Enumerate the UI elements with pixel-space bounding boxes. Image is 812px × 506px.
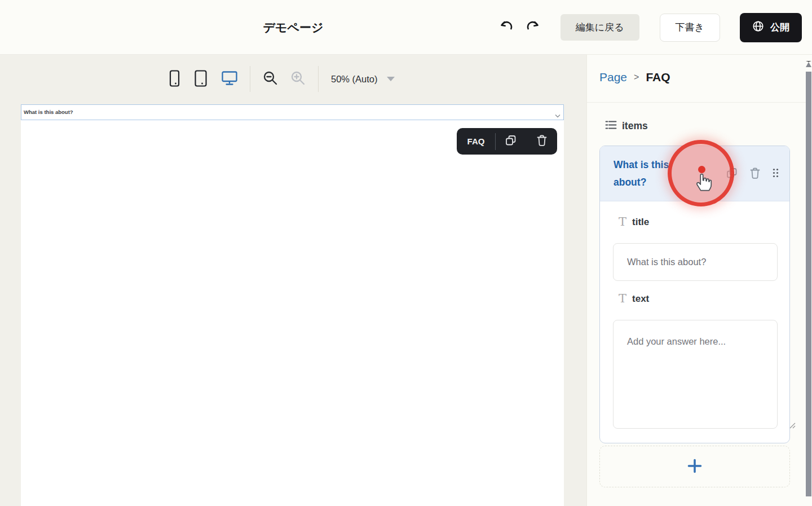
- selection-toolbar: FAQ: [457, 128, 557, 155]
- answer-textarea[interactable]: [613, 320, 778, 429]
- device-mobile-button[interactable]: [169, 70, 180, 89]
- text-type-icon: T: [619, 293, 626, 305]
- scrollbar-up-arrow[interactable]: [806, 61, 811, 67]
- device-desktop-button[interactable]: [222, 71, 237, 87]
- toolbar-separator: [250, 66, 250, 92]
- topbar: デモページ 編集に戻る 下書き 公開: [0, 0, 812, 55]
- undo-icon: [499, 19, 514, 36]
- faq-item-header[interactable]: What is this about?: [600, 146, 789, 201]
- title-field-label-row: T title: [619, 216, 649, 228]
- faq-accordion-title: What is this about?: [24, 105, 73, 120]
- breadcrumb: Page > FAQ: [599, 71, 670, 84]
- scrollbar-thumb[interactable]: [806, 72, 811, 496]
- text-field-label-row: T text: [619, 293, 649, 305]
- title-field-label: title: [632, 217, 649, 228]
- zoom-out-icon: [263, 71, 278, 87]
- faq-item-title: What is this about?: [614, 156, 699, 191]
- faq-item-actions: [726, 146, 779, 201]
- canvas-artboard: What is this about?: [21, 104, 564, 506]
- publish-button[interactable]: 公開: [740, 13, 802, 42]
- text-type-icon: T: [619, 216, 626, 228]
- plus-icon: [686, 457, 703, 476]
- topbar-actions: 編集に戻る 下書き 公開: [497, 0, 802, 55]
- delete-block-button[interactable]: [527, 128, 558, 155]
- back-to-edit-button[interactable]: 編集に戻る: [561, 14, 639, 41]
- mobile-icon: [169, 70, 180, 89]
- toolbar-separator: [318, 66, 319, 92]
- items-section-label: items: [622, 120, 648, 132]
- drag-dots-icon: [772, 168, 779, 180]
- zoom-level-label: 50% (Auto): [331, 74, 378, 85]
- inspector-sidebar: Page > FAQ items What is this about?: [586, 55, 812, 506]
- tablet-icon: [195, 70, 207, 89]
- drag-handle[interactable]: [772, 168, 779, 180]
- selection-toolbar-label: FAQ: [457, 137, 495, 146]
- items-section-header: items: [605, 120, 648, 133]
- resize-handle-icon: [789, 421, 796, 431]
- globe-icon: [752, 20, 764, 35]
- window-scrollbar: [805, 55, 812, 506]
- faq-item-card: What is this about?: [599, 146, 790, 443]
- zoom-level-dropdown[interactable]: 50% (Auto): [331, 74, 395, 85]
- publish-label: 公開: [770, 21, 789, 34]
- draft-button[interactable]: 下書き: [660, 14, 720, 42]
- undo-button[interactable]: [497, 18, 517, 37]
- title-input[interactable]: [613, 243, 778, 281]
- trash-icon: [749, 167, 761, 181]
- divider: [587, 102, 811, 103]
- zoom-in-icon: [290, 71, 306, 87]
- zoom-in-button[interactable]: [290, 71, 306, 87]
- breadcrumb-current: FAQ: [646, 71, 670, 84]
- text-field-label: text: [632, 293, 649, 305]
- copy-icon: [726, 167, 738, 181]
- redo-icon: [525, 19, 540, 36]
- list-icon: [605, 120, 617, 133]
- add-item-button[interactable]: [599, 446, 790, 487]
- device-tablet-button[interactable]: [195, 70, 207, 89]
- breadcrumb-page-link[interactable]: Page: [599, 71, 627, 84]
- desktop-icon: [222, 71, 237, 87]
- chevron-down-icon: [387, 77, 395, 81]
- duplicate-item-button[interactable]: [726, 167, 738, 181]
- duplicate-block-button[interactable]: [496, 128, 527, 155]
- faq-accordion-preview[interactable]: What is this about?: [21, 104, 564, 120]
- chevron-down-icon: [555, 110, 561, 120]
- zoom-out-button[interactable]: [263, 71, 278, 87]
- redo-button[interactable]: [523, 18, 542, 37]
- canvas-toolbar: 50% (Auto): [169, 63, 395, 95]
- copy-icon: [505, 134, 517, 148]
- delete-item-button[interactable]: [749, 167, 761, 181]
- breadcrumb-separator: >: [634, 72, 639, 82]
- page-builder-app: デモページ 編集に戻る 下書き 公開: [0, 0, 812, 506]
- workspace: 50% (Auto) What is this about? FAQ: [0, 55, 812, 506]
- trash-icon: [536, 134, 548, 148]
